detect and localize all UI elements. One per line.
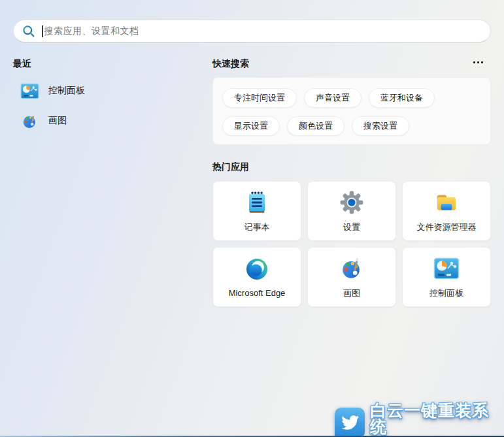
settings-gear-icon: [339, 189, 365, 216]
paint-icon: [339, 255, 365, 282]
recent-item-label: 画图: [48, 115, 67, 127]
recent-section-title: 最近: [13, 58, 31, 70]
chip-search-settings[interactable]: 搜索设置: [352, 116, 409, 136]
app-tile-label: 控制面板: [429, 287, 463, 299]
app-tile-microsoft-edge[interactable]: Microsoft Edge: [212, 247, 301, 307]
search-input[interactable]: 搜索应用、设置和文档: [13, 20, 491, 42]
app-tile-label: 文件资源管理器: [417, 221, 477, 233]
watermark: 白云一键重装系统 www.baiyunxitong.com: [335, 402, 504, 437]
notepad-icon: [244, 189, 270, 216]
app-tile-settings[interactable]: 设置: [307, 181, 396, 241]
quick-search-card: 专注时间设置 声音设置 蓝牙和设备 显示设置 颜色设置 搜索设置: [212, 77, 491, 145]
paint-icon: [20, 111, 39, 131]
app-tile-paint[interactable]: 画图: [307, 247, 396, 307]
recent-item-paint[interactable]: 画图: [16, 106, 199, 136]
chip-focus-settings[interactable]: 专注时间设置: [222, 88, 297, 108]
popular-apps-title: 热门应用: [212, 161, 249, 173]
control-panel-icon: [20, 81, 39, 101]
recent-list: 控制面板 画图: [16, 76, 199, 136]
ellipsis-icon[interactable]: [469, 56, 486, 68]
chip-bluetooth-devices[interactable]: 蓝牙和设备: [369, 88, 435, 108]
twitter-bird-icon: [335, 408, 365, 437]
app-tile-label: 设置: [343, 221, 360, 233]
chip-display-settings[interactable]: 显示设置: [222, 116, 280, 136]
app-tile-file-explorer[interactable]: 文件资源管理器: [402, 181, 491, 241]
recent-item-label: 控制面板: [48, 85, 85, 97]
edge-icon: [244, 256, 270, 282]
chip-color-settings[interactable]: 颜色设置: [287, 116, 344, 136]
quick-search-title: 快速搜索: [212, 58, 249, 70]
app-tile-label: 画图: [343, 287, 360, 299]
chip-sound-settings[interactable]: 声音设置: [304, 88, 361, 108]
watermark-title: 白云一键重装系统: [370, 402, 504, 435]
app-tile-control-panel[interactable]: 控制面板: [402, 247, 491, 307]
windows-search-panel: 搜索应用、设置和文档 最近 控制面板: [0, 0, 504, 437]
popular-apps-grid: 记事本: [212, 181, 491, 307]
app-tile-label: Microsoft Edge: [229, 288, 286, 298]
search-icon: [22, 25, 35, 38]
control-panel-icon: [433, 255, 460, 282]
recent-item-control-panel[interactable]: 控制面板: [16, 76, 199, 106]
folder-icon: [433, 189, 460, 216]
app-tile-label: 记事本: [244, 221, 270, 233]
text-caret: [42, 25, 43, 37]
search-placeholder: 搜索应用、设置和文档: [44, 25, 139, 37]
app-tile-notepad[interactable]: 记事本: [212, 181, 301, 241]
